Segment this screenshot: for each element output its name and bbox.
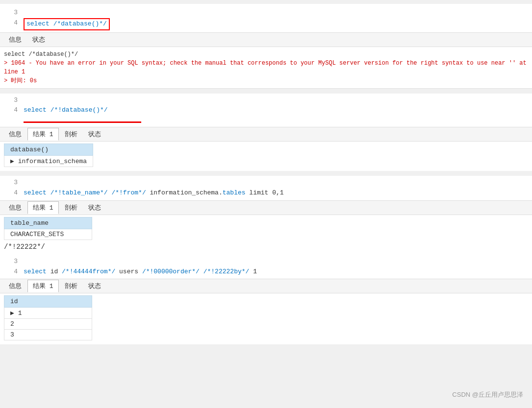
comment-line-3: /*!22222*/ (4, 243, 532, 251)
table-row-3-1: CHARACTER_SETS (4, 229, 92, 240)
error-query: select /*database()*/ (4, 50, 528, 59)
section2-code-area: 3 4 select /*!database()*/ (0, 94, 532, 127)
col-header-2: database() (4, 144, 93, 156)
table-row-4-1: 1 (4, 308, 92, 319)
gap-2 (0, 171, 532, 176)
time-msg: > 时间: 0s (4, 76, 528, 85)
tab-profiling-4[interactable]: 剖析 (60, 280, 82, 292)
section4-code-area: 3 4 select id /*!44444from*/ users /*!00… (0, 255, 532, 279)
error-msg: > 1064 - You have an error in your SQL s… (4, 59, 528, 76)
tab-info-1[interactable]: 信息 (4, 34, 26, 46)
section4-query: select id /*!44444from*/ users /*!00000o… (24, 267, 257, 277)
tab-status-2[interactable]: 状态 (83, 128, 106, 140)
tab-profiling-2[interactable]: 剖析 (60, 128, 82, 140)
red-underline (24, 121, 141, 123)
result-table-2: database() information_schema (4, 144, 93, 167)
tabs-bar-2: 信息 结果 1 剖析 状态 (0, 127, 532, 142)
table-row-4-2: 2 (4, 319, 92, 330)
tab-profiling-3[interactable]: 剖析 (60, 202, 82, 214)
result-wrapper-3: table_name CHARACTER_SETS /*!22222*/ (0, 215, 532, 255)
top-bar (0, 0, 532, 4)
tab-status-3[interactable]: 状态 (83, 202, 106, 214)
cell-2-1: information_schema (4, 156, 93, 167)
line-num-3d: 3 (6, 257, 18, 267)
result-table-4: id 1 2 3 (4, 295, 92, 340)
section3-query: select /*!table_name*/ /*!from*/ informa… (24, 188, 284, 198)
table-row-2-1: information_schema (4, 156, 93, 167)
result-wrapper-2: database() information_schema (0, 142, 532, 171)
tab-status-4[interactable]: 状态 (83, 280, 106, 292)
section2-query: select /*!database()*/ (24, 105, 108, 116)
tab-result1-2[interactable]: 结果 1 (27, 128, 59, 141)
line-num-3b: 3 (6, 96, 18, 106)
section1-code: 3 4 select /*database()*/ (0, 4, 532, 32)
cell-3-1: CHARACTER_SETS (4, 229, 92, 240)
tab-result1-4[interactable]: 结果 1 (27, 280, 59, 292)
line-num-4c: 4 (6, 188, 18, 198)
col-header-3: table_name (4, 217, 92, 229)
table-row-4-3: 3 (4, 330, 92, 340)
tab-status-1[interactable]: 状态 (27, 34, 50, 46)
line-num-3c: 3 (6, 178, 18, 188)
gap-1 (0, 89, 532, 94)
tabs-bar-4: 信息 结果 1 剖析 状态 (0, 279, 532, 293)
cell-4-3: 3 (4, 330, 92, 340)
page-wrapper: 3 4 select /*database()*/ 信息 状态 select /… (0, 0, 532, 408)
tab-info-3[interactable]: 信息 (4, 202, 26, 214)
line-num-4b: 4 (6, 105, 18, 116)
section3-code-area: 3 4 select /*!table_name*/ /*!from*/ inf… (0, 176, 532, 200)
cell-4-2: 2 (4, 319, 92, 330)
tabs-bar-1: 信息 状态 (0, 32, 532, 47)
tab-info-4[interactable]: 信息 (4, 280, 26, 292)
line-num-4a: 4 (6, 18, 18, 28)
line-num-4d: 4 (6, 267, 18, 277)
tab-result1-3[interactable]: 结果 1 (27, 201, 59, 214)
error-area-1: select /*database()*/ > 1064 - You have … (0, 47, 532, 89)
watermark: CSDN @丘丘用卢思思泽 (452, 390, 523, 399)
section1-query: select /*database()*/ (24, 18, 110, 30)
tab-info-2[interactable]: 信息 (4, 128, 26, 140)
tabs-bar-3: 信息 结果 1 剖析 状态 (0, 200, 532, 215)
col-header-4: id (4, 296, 92, 308)
cell-4-1: 1 (4, 308, 92, 319)
line-num-3a: 3 (6, 8, 18, 18)
result-wrapper-4: id 1 2 3 (0, 293, 532, 344)
result-table-3: table_name CHARACTER_SETS (4, 217, 92, 240)
